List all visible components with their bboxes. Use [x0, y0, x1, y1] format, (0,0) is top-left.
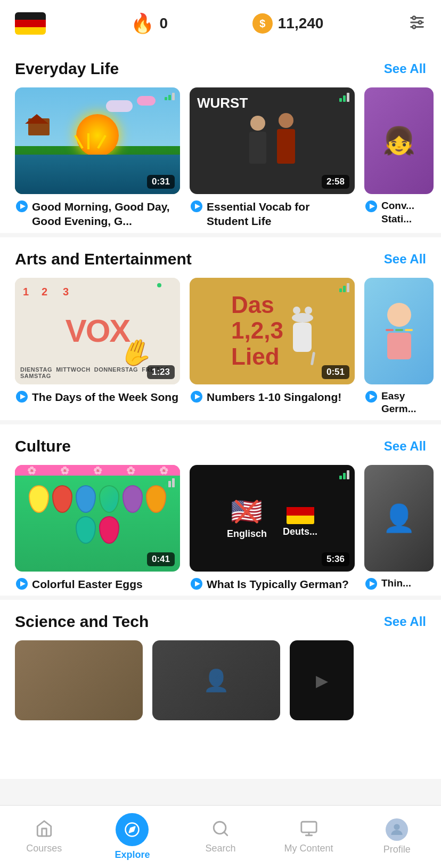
cards-row-culture: 🌸🌸🌸🌸🌸 — [0, 465, 441, 591]
house-icon — [35, 819, 53, 840]
avatar-icon — [386, 818, 408, 841]
sci-thumb-1[interactable] — [15, 640, 143, 720]
card-conv-partial[interactable]: 👧 Conv... Stati... — [364, 87, 434, 229]
card-title-easter: Colorful Easter Eggs — [15, 577, 180, 591]
fire-icon: 🔥 — [130, 12, 154, 35]
streak-count: 0 — [160, 15, 168, 32]
card-thumb-easter: 🌸🌸🌸🌸🌸 — [15, 465, 180, 572]
card-title-vocab: Essential Vocab for Student Life — [190, 199, 355, 229]
nav-label-search: Search — [205, 843, 235, 854]
svg-point-5 — [413, 26, 416, 29]
coins-container: $ 11,240 — [252, 13, 324, 34]
science-thumbs-row: 👤 ▶ — [0, 640, 441, 720]
card-title-days-week: The Days of the Week Song — [15, 390, 180, 404]
play-icon-thin — [365, 578, 377, 590]
see-all-science[interactable]: See All — [384, 614, 426, 629]
main-content: Everyday Life See All — [0, 47, 441, 779]
section-title-culture: Culture — [15, 437, 71, 455]
svg-point-31 — [394, 824, 399, 830]
nav-label-profile: Profile — [383, 844, 411, 855]
section-header-arts: Arts and Entertainment See All — [0, 250, 441, 278]
nav-item-my-content[interactable]: My Content — [277, 819, 341, 854]
card-title-easy-germ: Easy Germ... — [364, 390, 434, 416]
card-easy-germ-partial[interactable]: Easy Germ... — [364, 278, 434, 416]
svg-point-3 — [413, 17, 416, 20]
section-header-everyday-life: Everyday Life See All — [0, 60, 441, 87]
nav-label-my-content: My Content — [284, 843, 333, 854]
card-label-conv: Conv... Stati... — [381, 199, 432, 226]
search-icon — [211, 819, 230, 840]
card-good-morning[interactable]: 0:31 Good Morning, Good Day, Good Evenin… — [15, 87, 180, 229]
card-thin-partial[interactable]: 👤 Thin... — [364, 465, 434, 591]
nav-label-courses: Courses — [26, 843, 62, 854]
card-title-good-morning: Good Morning, Good Day, Good Evening, G.… — [15, 199, 180, 229]
see-all-arts[interactable]: See All — [384, 252, 426, 267]
flag-icon — [15, 12, 46, 35]
see-all-everyday-life[interactable]: See All — [384, 61, 426, 76]
card-title-german: What Is Typically German? — [190, 577, 355, 591]
section-title-science: Science and Tech — [15, 613, 149, 631]
play-icon — [16, 200, 28, 212]
play-icon-german — [191, 578, 202, 590]
card-label-easter: Colorful Easter Eggs — [32, 577, 143, 591]
cards-row-arts: 1 2 3 VOX ✋ DIENSTAG MITTWOCH DONNERSTAG… — [0, 278, 441, 416]
play-icon-easy-germ — [365, 391, 377, 403]
bottom-nav: Courses Explore Search — [0, 805, 441, 868]
card-label-easy-germ: Easy Germ... — [381, 390, 432, 416]
card-duration-good-morning: 0:31 — [147, 175, 175, 189]
cards-row-everyday-life: 0:31 Good Morning, Good Day, Good Evenin… — [0, 87, 441, 229]
sci-thumb-2[interactable]: 👤 — [152, 640, 280, 720]
section-title-everyday-life: Everyday Life — [15, 60, 119, 78]
coin-icon: $ — [252, 13, 273, 34]
monitor-icon — [300, 819, 318, 840]
section-culture: Culture See All 🌸🌸🌸🌸🌸 — [0, 424, 441, 596]
card-label-days-week: The Days of the Week Song — [32, 390, 178, 404]
section-arts: Arts and Entertainment See All 1 2 3 VOX — [0, 237, 441, 420]
coins-count: 11,240 — [278, 15, 324, 32]
section-science: Science and Tech See All 👤 ▶ — [0, 600, 441, 774]
svg-marker-25 — [129, 827, 135, 833]
card-label-thin: Thin... — [381, 577, 411, 590]
nav-item-search[interactable]: Search — [189, 819, 252, 854]
card-thumb-german: 🇺🇸 Englisch — [190, 465, 355, 572]
card-numbers[interactable]: Das1,2,3Lied — [190, 278, 355, 416]
card-title-numbers: Numbers 1-10 Singalong! — [190, 390, 355, 404]
card-duration-vocab: 2:58 — [322, 175, 349, 189]
sci-thumb-3[interactable]: ▶ — [290, 640, 354, 720]
card-thumb-good-morning: 0:31 — [15, 87, 180, 194]
card-label-german: What Is Typically German? — [207, 577, 349, 591]
card-german[interactable]: 🇺🇸 Englisch — [190, 465, 355, 591]
svg-point-4 — [419, 21, 422, 24]
section-everyday-life: Everyday Life See All — [0, 47, 441, 233]
card-title-conv: Conv... Stati... — [364, 199, 434, 226]
header: 🔥 0 $ 11,240 — [0, 0, 441, 47]
card-duration-numbers: 0:51 — [322, 365, 349, 379]
card-label-good-morning: Good Morning, Good Day, Good Evening, G.… — [32, 199, 179, 229]
card-thumb-vocab: WURST 2:58 — [190, 87, 355, 194]
card-duration-easter: 0:41 — [147, 552, 175, 566]
play-icon-numbers — [191, 391, 202, 403]
card-thumb-numbers: Das1,2,3Lied — [190, 278, 355, 384]
see-all-culture[interactable]: See All — [384, 439, 426, 454]
section-header-science: Science and Tech See All — [0, 613, 441, 640]
play-icon-vocab — [191, 200, 202, 212]
play-icon-conv — [365, 200, 377, 212]
card-vocab[interactable]: WURST 2:58 Essential Vocab for Student L… — [190, 87, 355, 229]
card-label-numbers: Numbers 1-10 Singalong! — [207, 390, 341, 404]
streak-container: 🔥 0 — [130, 12, 168, 35]
nav-label-explore: Explore — [115, 849, 150, 861]
card-duration-german: 5:36 — [322, 552, 349, 566]
section-header-culture: Culture See All — [0, 437, 441, 465]
play-icon-easter — [16, 578, 28, 590]
card-easter[interactable]: 🌸🌸🌸🌸🌸 — [15, 465, 180, 591]
svg-rect-28 — [301, 822, 316, 832]
card-days-week[interactable]: 1 2 3 VOX ✋ DIENSTAG MITTWOCH DONNERSTAG… — [15, 278, 180, 416]
compass-icon-active — [116, 813, 149, 846]
card-duration-days-week: 1:23 — [147, 365, 175, 379]
settings-button[interactable] — [408, 13, 426, 34]
nav-item-explore[interactable]: Explore — [100, 813, 164, 861]
card-label-vocab: Essential Vocab for Student Life — [207, 199, 354, 229]
svg-line-27 — [224, 832, 227, 835]
nav-item-profile[interactable]: Profile — [365, 818, 429, 855]
nav-item-courses[interactable]: Courses — [12, 819, 76, 854]
